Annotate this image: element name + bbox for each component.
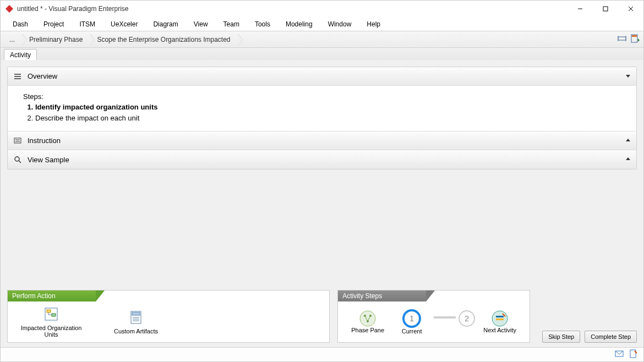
- artifacts-icon: [128, 309, 144, 326]
- step-1: Identify impacted organization units: [35, 102, 621, 113]
- maximize-button[interactable]: [593, 1, 618, 17]
- tab-row: Activity: [1, 48, 643, 60]
- action-label: Impacted Organization Units: [15, 325, 87, 338]
- svg-marker-0: [6, 5, 13, 13]
- minimize-button[interactable]: [567, 1, 593, 17]
- next-activity-node[interactable]: Next Activity: [478, 310, 522, 333]
- activity-steps-title: Activity Steps: [338, 290, 426, 301]
- instruction-icon: [13, 137, 22, 145]
- svg-rect-39: [496, 316, 504, 317]
- title-bar: untitled * - Visual Paradigm Enterprise: [1, 1, 643, 17]
- perform-action-title: Perform Action: [8, 290, 96, 301]
- perform-action-panel: Perform Action Impacted Organization Uni…: [7, 290, 330, 343]
- svg-marker-10: [638, 39, 640, 42]
- overview-title: Overview: [28, 72, 57, 80]
- status-bar: [1, 347, 643, 361]
- menu-uexceler[interactable]: UeXceler: [103, 18, 145, 30]
- current-step-node[interactable]: 1 Current: [390, 309, 434, 334]
- step-2-circle: 2: [459, 310, 475, 327]
- instruction-header[interactable]: Instruction: [8, 131, 636, 150]
- step-buttons: Skip Step Complete Step: [542, 290, 637, 343]
- breadcrumb: ... Preliminary Phase Scope the Enterpri…: [4, 34, 239, 46]
- phase-pane-icon: [359, 310, 376, 327]
- phase-pane-label: Phase Pane: [351, 327, 384, 333]
- window-title: untitled * - Visual Paradigm Enterprise: [17, 5, 129, 13]
- menu-itsm[interactable]: ITSM: [72, 18, 103, 30]
- svg-point-19: [15, 157, 19, 161]
- next-activity-icon: [492, 310, 508, 327]
- svg-rect-24: [52, 314, 56, 316]
- hamburger-icon: [13, 73, 22, 80]
- toolbar-icon-2[interactable]: [630, 34, 640, 45]
- svg-rect-5: [618, 37, 626, 40]
- svg-marker-18: [626, 139, 630, 141]
- menu-team[interactable]: Team: [216, 18, 247, 30]
- overview-body: Steps: Identify impacted organization un…: [8, 86, 636, 131]
- action-custom-artifacts[interactable]: Custom Artifacts: [100, 309, 172, 334]
- svg-rect-2: [603, 7, 608, 11]
- overview-header[interactable]: Overview: [8, 67, 636, 86]
- phase-pane-node[interactable]: Phase Pane: [346, 310, 390, 333]
- step-2: Describe the impact on each unit: [35, 113, 621, 124]
- complete-step-button[interactable]: Complete Step: [585, 331, 637, 343]
- magnifier-icon: [13, 156, 22, 163]
- app-icon: [5, 4, 14, 13]
- steps-label: Steps:: [23, 92, 621, 101]
- menu-dash[interactable]: Dash: [5, 18, 36, 30]
- action-impacted-org-units[interactable]: Impacted Organization Units: [15, 306, 87, 338]
- view-sample-header[interactable]: View Sample: [8, 150, 636, 169]
- step-2-node[interactable]: 2: [456, 310, 478, 333]
- activity-steps-panel: Activity Steps Phase Pane 1 Current 2: [337, 290, 530, 343]
- step-connector: [434, 316, 456, 319]
- svg-rect-9: [632, 35, 637, 37]
- svg-rect-15: [14, 138, 21, 143]
- svg-line-20: [19, 161, 21, 163]
- view-sample-title: View Sample: [28, 156, 69, 164]
- chevron-down-icon: [625, 73, 631, 80]
- current-label: Current: [402, 328, 422, 334]
- chevron-up-icon: [625, 137, 631, 145]
- breadcrumb-activity[interactable]: Scope the Enterprise Organizations Impac…: [91, 34, 239, 46]
- org-units-icon: [43, 306, 59, 322]
- skip-step-button[interactable]: Skip Step: [542, 331, 580, 343]
- menu-bar: Dash Project ITSM UeXceler Diagram View …: [1, 17, 643, 31]
- menu-window[interactable]: Window: [320, 18, 359, 30]
- instruction-title: Instruction: [28, 136, 61, 145]
- menu-view[interactable]: View: [186, 18, 216, 30]
- toolbar-icon-1[interactable]: [617, 34, 627, 45]
- svg-rect-40: [496, 319, 504, 320]
- svg-rect-23: [47, 310, 51, 312]
- breadcrumb-root[interactable]: ...: [4, 34, 24, 46]
- menu-help[interactable]: Help: [359, 18, 388, 30]
- bottom-region: Perform Action Impacted Organization Uni…: [7, 290, 637, 345]
- main-area: Overview Steps: Identify impacted organi…: [1, 60, 643, 347]
- close-button[interactable]: [618, 1, 643, 17]
- svg-point-32: [360, 311, 375, 326]
- breadcrumb-phase[interactable]: Preliminary Phase: [24, 34, 91, 46]
- tab-activity[interactable]: Activity: [4, 49, 37, 60]
- menu-diagram[interactable]: Diagram: [145, 18, 185, 30]
- mail-icon[interactable]: [615, 349, 624, 360]
- action-label: Custom Artifacts: [114, 328, 158, 334]
- breadcrumb-bar: ... Preliminary Phase Scope the Enterpri…: [1, 31, 643, 48]
- menu-modeling[interactable]: Modeling: [278, 18, 320, 30]
- svg-marker-14: [626, 75, 630, 78]
- note-icon[interactable]: [629, 349, 638, 360]
- step-1-circle: 1: [402, 309, 421, 328]
- menu-tools[interactable]: Tools: [247, 18, 278, 30]
- accordion: Overview Steps: Identify impacted organi…: [7, 67, 637, 169]
- next-activity-label: Next Activity: [483, 327, 516, 333]
- svg-marker-21: [626, 157, 630, 160]
- svg-rect-28: [132, 312, 140, 315]
- menu-project[interactable]: Project: [36, 18, 72, 30]
- chevron-up-icon: [625, 156, 631, 163]
- svg-line-44: [635, 351, 637, 353]
